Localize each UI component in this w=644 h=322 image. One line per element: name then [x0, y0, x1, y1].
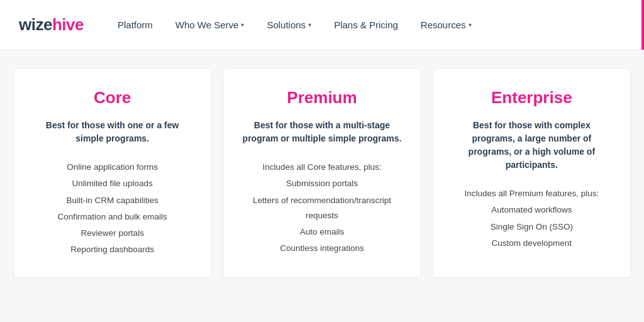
plan-description-enterprise: Best for those with complex programs, a … — [452, 119, 611, 172]
list-item: Auto emails — [242, 224, 401, 240]
plan-card-premium: PremiumBest for those with a multi-stage… — [223, 69, 420, 277]
list-item: Built-in CRM capabilities — [33, 192, 192, 209]
main-nav: Platform Who We Serve ▾ Solutions ▾ Plan… — [109, 14, 480, 35]
list-item: Single Sign On (SSO) — [452, 219, 611, 235]
plan-title-enterprise: Enterprise — [452, 88, 611, 108]
plan-card-enterprise: EnterpriseBest for those with complex pr… — [433, 69, 630, 277]
list-item: Submission portals — [242, 175, 401, 192]
logo-wize: wize — [19, 15, 52, 35]
plan-description-core: Best for those with one or a few simple … — [33, 119, 192, 145]
list-item: Online application forms — [33, 159, 192, 175]
list-item: Confirmation and bulk emails — [33, 209, 192, 225]
list-item: Reporting dashboards — [33, 242, 192, 258]
plan-features-core: Online application formsUnlimited file u… — [33, 159, 192, 258]
plan-description-premium: Best for those with a multi-stage progra… — [242, 119, 401, 145]
nav-item-solutions[interactable]: Solutions ▾ — [258, 14, 320, 35]
chevron-down-icon: ▾ — [469, 21, 472, 28]
chevron-down-icon: ▾ — [308, 21, 311, 28]
logo[interactable]: wizehive — [19, 15, 84, 35]
plan-title-premium: Premium — [242, 88, 401, 108]
main-content: CoreBest for those with one or a few sim… — [0, 50, 644, 322]
list-item: Letters of recommendation/transcript req… — [242, 192, 401, 225]
plan-title-core: Core — [33, 88, 192, 108]
list-item: Unlimited file uploads — [33, 175, 192, 192]
list-item: Includes all Premium features, plus: — [452, 186, 611, 202]
nav-item-plans-pricing[interactable]: Plans & Pricing — [325, 14, 407, 35]
plans-grid: CoreBest for those with one or a few sim… — [14, 69, 630, 277]
list-item: Automated workflows — [452, 202, 611, 218]
nav-item-who-we-serve[interactable]: Who We Serve ▾ — [167, 14, 253, 35]
plan-features-enterprise: Includes all Premium features, plus:Auto… — [452, 186, 611, 252]
logo-hive: hive — [52, 15, 84, 35]
plan-card-core: CoreBest for those with one or a few sim… — [14, 69, 211, 277]
list-item: Reviewer portals — [33, 225, 192, 242]
nav-item-platform[interactable]: Platform — [109, 14, 162, 35]
chevron-down-icon: ▾ — [241, 21, 244, 28]
list-item: Countless integrations — [242, 240, 401, 257]
list-item: Includes all Core features, plus: — [242, 159, 401, 175]
plan-features-premium: Includes all Core features, plus:Submiss… — [242, 159, 401, 257]
list-item: Custom development — [452, 235, 611, 252]
nav-item-resources[interactable]: Resources ▾ — [412, 14, 480, 35]
